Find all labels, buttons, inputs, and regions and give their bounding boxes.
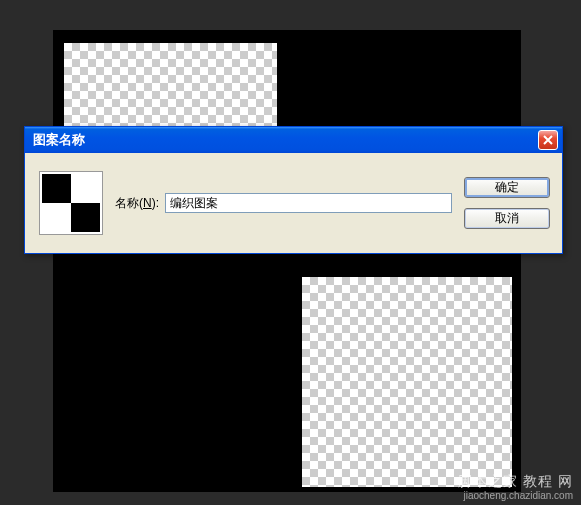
cancel-button[interactable]: 取消 <box>464 208 550 229</box>
pattern-name-dialog: 图案名称 名称(N): 确定 取消 <box>24 126 563 254</box>
name-label: 名称(N): <box>115 195 159 212</box>
pattern-preview <box>39 171 103 235</box>
close-button[interactable] <box>538 130 558 150</box>
watermark-line2: jiaocheng.chazidian.com <box>458 490 573 502</box>
watermark-line1: 脚本之家 教程 网 <box>458 473 573 490</box>
canvas-area <box>53 30 521 492</box>
watermark: 脚本之家 教程 网 jiaocheng.chazidian.com <box>458 473 573 502</box>
name-field-wrap: 名称(N): <box>115 193 452 213</box>
dialog-titlebar[interactable]: 图案名称 <box>25 127 562 153</box>
dialog-title: 图案名称 <box>33 131 85 149</box>
close-icon <box>543 135 553 145</box>
dialog-body: 名称(N): 确定 取消 <box>25 153 562 253</box>
transparent-layer-bottom <box>302 277 512 487</box>
dialog-buttons: 确定 取消 <box>464 177 550 229</box>
pattern-preview-swatch <box>42 174 100 232</box>
pattern-name-input[interactable] <box>165 193 452 213</box>
ok-button[interactable]: 确定 <box>464 177 550 198</box>
